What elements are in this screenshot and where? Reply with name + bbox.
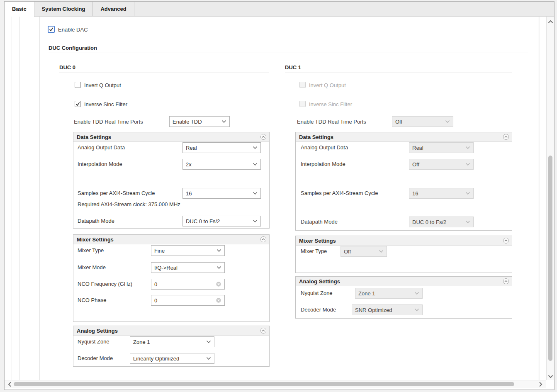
chevron-down-icon: [253, 163, 258, 166]
duc1-mixer-settings-header: Mixer Settings: [296, 236, 512, 246]
duc0-mixer-mode-select[interactable]: I/Q->Real: [151, 262, 225, 273]
duc1-invert-q-checkbox: [299, 82, 306, 88]
scroll-left-arrow[interactable]: [6, 381, 13, 387]
chevron-down-icon: [465, 146, 470, 149]
scroll-right-arrow[interactable]: [537, 381, 544, 387]
section-divider: [49, 53, 528, 53]
duc0-data-settings-header: Data Settings: [73, 132, 269, 142]
duc0-nyquist-label: Nyquist Zone: [78, 336, 109, 347]
horizontal-scrollbar-thumb[interactable]: [14, 382, 514, 386]
duc0-mixer-settings-title: Mixer Settings: [77, 236, 114, 243]
duc0-nco-phase-label: NCO Phase: [78, 295, 106, 306]
panel-guide-line: [12, 17, 12, 381]
duc1-samples-value: 16: [412, 190, 418, 197]
duc1-decoder-label: Decoder Mode: [301, 304, 336, 315]
duc0-nyquist-value: Zone 1: [133, 339, 150, 345]
duc0-samples-select[interactable]: 16: [182, 188, 261, 199]
scroll-down-arrow[interactable]: [547, 373, 554, 380]
duc0-analog-settings-panel: Analog Settings Nyquist Zone Zone 1 Deco…: [73, 326, 270, 367]
duc0-analog-settings-header: Analog Settings: [73, 326, 269, 336]
duc1-analog-settings-header: Analog Settings: [296, 277, 512, 286]
duc0-datapath-select[interactable]: DUC 0 to Fs/2: [182, 216, 261, 226]
duc0-data-settings-title: Data Settings: [77, 134, 111, 140]
enable-dac-label: Enable DAC: [58, 27, 88, 33]
chevron-right-icon: [539, 382, 542, 387]
duc0-interpolation-select[interactable]: 2x: [182, 159, 261, 170]
duc1-nyquist-value: Zone 1: [358, 290, 375, 297]
duc1-data-settings-title: Data Settings: [299, 134, 333, 140]
duc1-analog-settings-title: Analog Settings: [299, 278, 340, 285]
scroll-up-arrow[interactable]: [547, 18, 554, 25]
duc0-title: DUC 0: [59, 64, 75, 71]
chevron-down-icon: [253, 192, 258, 195]
duc0-nco-frequency-value: 0: [154, 281, 157, 287]
tab-advanced[interactable]: Advanced: [93, 2, 134, 16]
chevron-down-icon: [445, 120, 450, 123]
duc-configuration-title: DUC Configuration: [49, 45, 97, 51]
collapse-section-icon[interactable]: [260, 327, 267, 334]
duc1-divider: [285, 73, 512, 73]
duc1-decoder-select: SNR Optimized: [352, 304, 423, 315]
duc0-nco-phase-input[interactable]: 0: [151, 295, 225, 306]
chevron-down-icon: [216, 249, 221, 252]
duc0-decoder-select[interactable]: Linearity Optimized: [130, 353, 214, 364]
duc0-nco-frequency-input[interactable]: 0: [151, 279, 225, 290]
duc0-nyquist-select[interactable]: Zone 1: [130, 336, 214, 347]
duc1-mixer-settings-panel: Mixer Settings Mixer Type Off: [295, 236, 512, 273]
clear-field-icon[interactable]: [216, 297, 221, 303]
duc0-mixer-type-value: Fine: [154, 248, 165, 254]
duc0-samples-label: Samples per AXI4-Stream Cycle: [78, 188, 155, 199]
duc0-mixer-settings-panel: Mixer Settings Mixer Type Fine Mixer Mod…: [73, 234, 270, 322]
duc1-title: DUC 1: [285, 64, 301, 71]
collapse-section-icon[interactable]: [503, 237, 509, 244]
duc0-tdd-select[interactable]: Enable TDD: [169, 116, 230, 127]
duc0-mixer-type-select[interactable]: Fine: [151, 245, 225, 256]
duc0-decoder-label: Decoder Mode: [78, 353, 113, 364]
collapse-section-icon[interactable]: [260, 236, 267, 243]
duc1-tdd-label: Enable TDD Real Time Ports: [297, 119, 366, 125]
duc0-data-settings-panel: Data Settings Analog Output Data Real In…: [73, 132, 270, 229]
chevron-down-icon: [253, 219, 258, 223]
duc0-invert-q-label: Invert Q Output: [84, 82, 121, 88]
collapse-section-icon[interactable]: [260, 134, 267, 140]
clear-field-icon[interactable]: [216, 281, 221, 287]
chevron-down-icon: [221, 120, 226, 123]
duc0-analog-output-value: Real: [186, 145, 197, 151]
duc1-data-settings-panel: Data Settings Analog Output Data Real In…: [295, 132, 512, 231]
duc1-invert-q-label: Invert Q Output: [309, 82, 346, 88]
collapse-section-icon[interactable]: [503, 134, 509, 140]
panel-guide-line: [39, 17, 40, 381]
duc0-analog-output-select[interactable]: Real: [182, 142, 261, 153]
enable-dac-checkbox[interactable]: [48, 26, 55, 33]
duc1-nyquist-select: Zone 1: [355, 288, 423, 299]
duc1-tdd-value: Off: [395, 119, 402, 125]
vertical-scrollbar[interactable]: [546, 17, 554, 381]
duc0-inverse-sinc-checkbox[interactable]: [75, 101, 81, 107]
chevron-down-icon: [414, 292, 419, 295]
horizontal-scrollbar[interactable]: [5, 380, 546, 388]
duc1-datapath-label: Datapath Mode: [301, 217, 338, 227]
duc1-datapath-select: DUC 0 to Fs/2: [409, 217, 474, 227]
panel-guide-line: [19, 17, 20, 381]
duc0-samples-value: 16: [186, 190, 192, 197]
duc0-decoder-value: Linearity Optimized: [133, 355, 179, 362]
tab-basic[interactable]: Basic: [5, 2, 34, 17]
chevron-up-icon: [548, 20, 553, 24]
duc1-data-settings-header: Data Settings: [296, 132, 512, 142]
duc0-invert-q-checkbox[interactable]: [75, 82, 81, 88]
duc0-divider: [59, 73, 269, 73]
tab-system-clocking[interactable]: System Clocking: [34, 2, 93, 16]
checkmark-icon: [49, 27, 54, 32]
duc1-mixer-type-value: Off: [344, 248, 351, 255]
collapse-section-icon[interactable]: [503, 278, 509, 285]
duc0-interpolation-value: 2x: [186, 161, 192, 168]
vertical-scrollbar-thumb[interactable]: [548, 156, 552, 361]
chevron-down-icon: [414, 308, 419, 312]
duc1-inverse-sinc-label: Inverse Sinc Filter: [309, 101, 352, 107]
duc1-tdd-select: Off: [392, 116, 453, 127]
scrollbar-corner: [546, 380, 554, 388]
checkmark-icon: [75, 101, 80, 107]
duc0-analog-output-label: Analog Output Data: [78, 142, 125, 153]
tab-bar: Basic System Clocking Advanced: [5, 2, 554, 17]
duc0-mixer-type-label: Mixer Type: [78, 245, 104, 256]
